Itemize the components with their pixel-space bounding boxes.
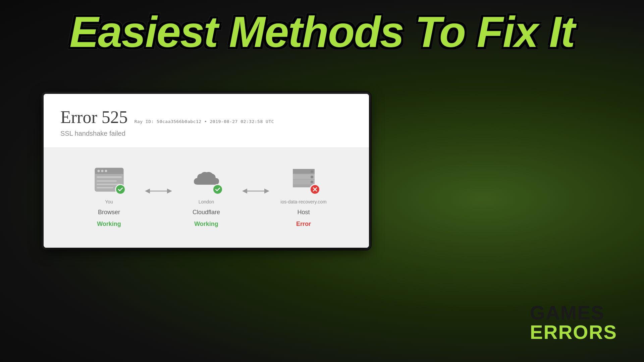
- svg-rect-14: [293, 174, 315, 174]
- host-name: Host: [297, 209, 310, 216]
- error-title-row: Error 525 Ray ID: 50caa3566b0abc12 • 201…: [60, 107, 352, 127]
- check-icon-2: [215, 187, 220, 192]
- error-subtitle: SSL handshake failed: [60, 130, 352, 137]
- errors-label: ERRORS: [530, 322, 617, 342]
- browser-status: Working: [97, 221, 121, 228]
- node-cloudflare: London Cloudflare Working: [176, 165, 236, 228]
- arrow-you-cloudflare: [139, 186, 176, 196]
- server-icon-wrapper: [285, 165, 322, 195]
- cloud-icon-wrapper: [188, 165, 225, 195]
- diagram-section: You Browser Working: [44, 148, 369, 248]
- error-code: Error 525: [60, 107, 128, 127]
- svg-rect-9: [97, 187, 113, 188]
- host-status: Error: [296, 221, 311, 228]
- cloudflare-status: Working: [194, 221, 218, 228]
- svg-point-5: [105, 170, 107, 172]
- you-label: You: [105, 199, 113, 204]
- browser-window-mockup: Error 525 Ray ID: 50caa3566b0abc12 • 201…: [44, 94, 369, 248]
- cloudflare-name: Cloudflare: [193, 209, 220, 216]
- error-header: Error 525 Ray ID: 50caa3566b0abc12 • 201…: [44, 94, 369, 148]
- games-errors-logo: GAMES ERRORS: [530, 303, 617, 342]
- svg-rect-7: [97, 180, 117, 182]
- cloudflare-status-badge: [212, 184, 223, 195]
- svg-point-21: [311, 181, 313, 183]
- browser-name: Browser: [98, 209, 120, 216]
- svg-point-3: [97, 170, 100, 172]
- node-host: ios-data-recovery.com Host Error: [273, 165, 334, 228]
- title-container: Easiest Methods To Fix It: [0, 10, 644, 54]
- games-label: GAMES: [530, 303, 617, 322]
- x-icon: [312, 187, 318, 192]
- browser-status-badge: [115, 184, 126, 195]
- svg-point-19: [311, 170, 313, 173]
- ray-id: Ray ID: 50caa3566b0abc12 • 2019-08-27 02…: [135, 119, 274, 124]
- browser-icon-wrapper: [91, 165, 127, 195]
- check-icon: [118, 187, 123, 192]
- london-label: London: [199, 199, 214, 204]
- svg-point-20: [311, 176, 313, 178]
- arrow-cloudflare-host: [236, 186, 273, 196]
- host-status-badge: [310, 184, 320, 195]
- page-title: Easiest Methods To Fix It: [0, 10, 644, 54]
- svg-point-4: [101, 170, 103, 172]
- double-arrow-icon-2: [240, 186, 270, 196]
- svg-rect-2: [95, 172, 123, 174]
- svg-rect-8: [97, 184, 120, 185]
- svg-rect-6: [97, 176, 122, 178]
- node-you: You Browser Working: [79, 165, 139, 228]
- host-url-label: ios-data-recovery.com: [280, 199, 326, 204]
- double-arrow-icon: [143, 186, 173, 196]
- svg-rect-16: [293, 179, 315, 180]
